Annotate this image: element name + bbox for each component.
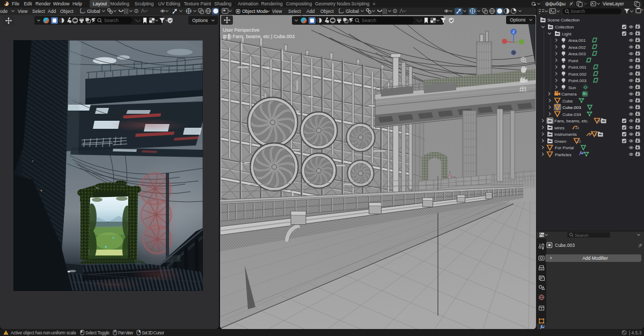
svg-text:Global: Global: [346, 9, 359, 14]
svg-text:Sun: Sun: [568, 85, 576, 90]
svg-text:Camera: Camera: [561, 92, 577, 97]
svg-text:Light: Light: [562, 32, 572, 36]
svg-text:Search: Search: [104, 18, 119, 23]
svg-text:Instruments: Instruments: [554, 132, 577, 137]
svg-text:3: 3: [589, 133, 591, 136]
svg-text:Particles: Particles: [555, 152, 572, 157]
svg-text:95: 95: [597, 119, 602, 123]
svg-text:Render: Render: [35, 1, 51, 6]
svg-text:Shading: Shading: [214, 1, 231, 6]
svg-text:Sculpting: Sculpting: [135, 1, 154, 6]
svg-text:Options: Options: [510, 17, 525, 23]
svg-text:Point: Point: [568, 59, 579, 63]
svg-text:ффыбфы: ффыбфы: [545, 1, 566, 6]
svg-text:Cube.003: Cube.003: [555, 243, 575, 248]
svg-text:Search: Search: [570, 9, 585, 14]
svg-text:Rendering: Rendering: [261, 1, 283, 6]
svg-text:Object: Object: [60, 9, 74, 14]
svg-text:Scene Collection: Scene Collection: [547, 18, 580, 23]
svg-text:Select Toggle: Select Toggle: [85, 331, 109, 335]
svg-text:Pan View: Pan View: [118, 331, 133, 335]
svg-text:Scripting: Scripting: [352, 1, 370, 6]
svg-text:Area.001: Area.001: [568, 38, 586, 43]
svg-text:View: View: [272, 9, 282, 14]
svg-text:Layout: Layout: [93, 1, 107, 6]
svg-text:Select: Select: [288, 9, 301, 14]
svg-text:Point.002: Point.002: [568, 72, 587, 77]
svg-text:Search: Search: [575, 233, 588, 238]
svg-text:44: 44: [575, 126, 580, 130]
svg-text:Options: Options: [192, 18, 208, 23]
svg-text:Add: Add: [48, 9, 56, 14]
svg-text:Texture Paint: Texture Paint: [184, 1, 211, 6]
svg-text:Area.002: Area.002: [568, 45, 586, 50]
svg-text:Cube: Cube: [562, 99, 573, 104]
svg-text:9: 9: [595, 133, 597, 136]
svg-text:Object: Object: [320, 9, 334, 14]
svg-text:Window: Window: [53, 1, 70, 6]
svg-text:Set 3D Cursor: Set 3D Cursor: [142, 331, 164, 335]
svg-text:Select: Select: [32, 9, 45, 14]
svg-text:Fans, beams, etc.: Fans, beams, etc.: [554, 119, 589, 123]
svg-text:Active object has non-uniform: Active object has non-uniform scale: [11, 331, 76, 335]
svg-text:ViewLayer: ViewLayer: [603, 1, 624, 6]
svg-text:Modeling: Modeling: [111, 1, 129, 6]
svg-text:Compositing: Compositing: [286, 1, 312, 6]
svg-text:Point.003: Point.003: [568, 78, 587, 83]
svg-text:View: View: [18, 9, 28, 14]
svg-text:Help: Help: [72, 1, 82, 6]
svg-text:Geometry Nodes: Geometry Nodes: [315, 1, 350, 6]
svg-text:(23) Fans, beams, etc | Cube.0: (23) Fans, beams, etc | Cube.003: [223, 34, 295, 39]
svg-text:Add: Add: [306, 9, 314, 14]
svg-text:File: File: [12, 1, 19, 6]
svg-text:Cube.003: Cube.003: [562, 105, 581, 110]
svg-text:Collection: Collection: [555, 25, 574, 30]
svg-text:| 4.5.3: | 4.5.3: [629, 330, 642, 335]
svg-text:+: +: [550, 255, 552, 261]
svg-text:Cube.034: Cube.034: [562, 112, 581, 117]
svg-text:Search: Search: [362, 18, 376, 23]
svg-text:5: 5: [600, 133, 602, 136]
svg-text:Global: Global: [87, 9, 100, 14]
svg-text:For Portal: For Portal: [555, 145, 574, 150]
svg-text:UV Editing: UV Editing: [158, 1, 180, 6]
svg-text:Point.001: Point.001: [568, 65, 587, 70]
svg-text:Animation: Animation: [238, 1, 259, 6]
svg-text:+: +: [372, 1, 376, 7]
svg-text:+: +: [641, 8, 643, 11]
svg-text:Green: Green: [554, 139, 566, 144]
svg-text:Object Mode: Object Mode: [242, 9, 268, 14]
svg-text:Area.003: Area.003: [568, 52, 586, 56]
svg-text:Edit: Edit: [24, 1, 33, 6]
svg-text:13: 13: [577, 140, 581, 143]
svg-text:Add Modifier: Add Modifier: [582, 255, 608, 261]
svg-text:ode: ode: [0, 9, 8, 14]
svg-text:wires: wires: [554, 126, 565, 130]
svg-text:2: 2: [603, 119, 605, 123]
